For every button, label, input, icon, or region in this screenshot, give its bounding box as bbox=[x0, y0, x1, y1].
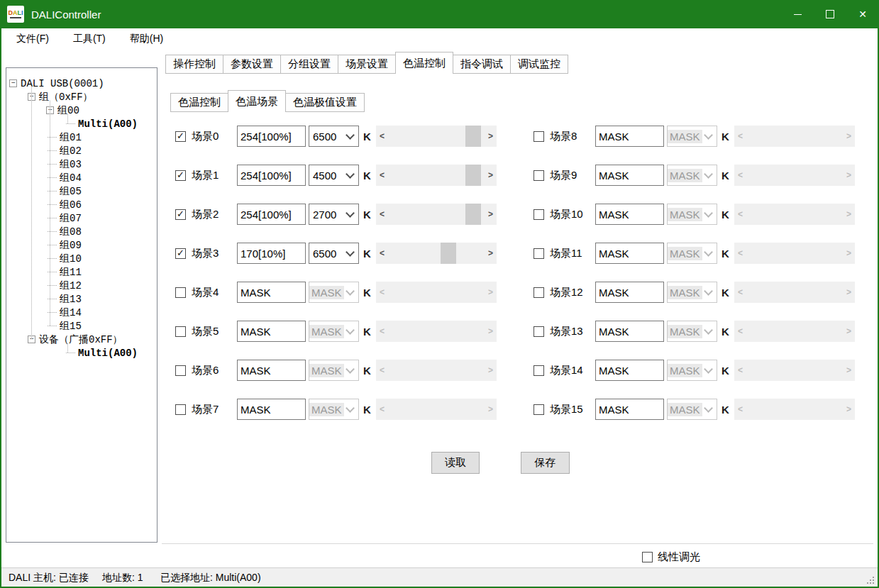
close-button[interactable]: ✕ bbox=[846, 0, 879, 28]
scene-checkbox[interactable] bbox=[534, 170, 544, 181]
scrollbar-right-arrow-icon[interactable]: > bbox=[485, 321, 497, 342]
scene-level-input[interactable] bbox=[237, 360, 306, 381]
tree-item[interactable]: − DALI USB(0001) bbox=[6, 77, 157, 90]
scene-scrollbar[interactable]: < > bbox=[376, 360, 497, 381]
scene-kelvin-combobox[interactable]: MASK bbox=[667, 360, 717, 381]
tab-6[interactable]: 调试监控 bbox=[510, 55, 568, 74]
scene-level-input[interactable] bbox=[595, 360, 664, 381]
scrollbar-left-arrow-icon[interactable]: < bbox=[376, 243, 388, 264]
scrollbar-thumb[interactable] bbox=[465, 204, 481, 225]
tree-item[interactable]: 组06 bbox=[6, 198, 157, 211]
scrollbar-left-arrow-icon[interactable]: < bbox=[734, 165, 746, 186]
scene-scrollbar[interactable]: < > bbox=[734, 282, 855, 303]
scrollbar-right-arrow-icon[interactable]: > bbox=[485, 243, 497, 264]
resize-grip-icon[interactable] bbox=[867, 582, 868, 584]
scene-checkbox[interactable] bbox=[534, 365, 544, 376]
tab-0[interactable]: 操作控制 bbox=[165, 55, 223, 74]
scene-scrollbar[interactable]: < > bbox=[376, 165, 497, 186]
tree-collapse-icon[interactable]: − bbox=[9, 79, 17, 87]
tree-item[interactable]: 组03 bbox=[6, 157, 157, 171]
tree-item[interactable]: 组01 bbox=[6, 131, 157, 144]
scene-kelvin-combobox[interactable]: MASK bbox=[309, 282, 359, 303]
scrollbar-left-arrow-icon[interactable]: < bbox=[734, 321, 746, 342]
scene-checkbox[interactable] bbox=[534, 131, 544, 142]
scene-checkbox[interactable]: ✓ bbox=[175, 248, 186, 259]
tree-item[interactable]: 组08 bbox=[6, 225, 157, 238]
scrollbar-left-arrow-icon[interactable]: < bbox=[734, 126, 746, 147]
scrollbar-right-arrow-icon[interactable]: > bbox=[843, 360, 855, 381]
menu-item[interactable]: 帮助(H) bbox=[121, 30, 172, 48]
scene-level-input[interactable] bbox=[237, 243, 306, 264]
scrollbar-left-arrow-icon[interactable]: < bbox=[376, 399, 388, 420]
maximize-button[interactable] bbox=[814, 0, 846, 28]
scene-scrollbar[interactable]: < > bbox=[376, 399, 497, 420]
scrollbar-left-arrow-icon[interactable]: < bbox=[734, 282, 746, 303]
scene-kelvin-combobox[interactable]: MASK bbox=[667, 399, 717, 420]
scene-scrollbar[interactable]: < > bbox=[376, 321, 497, 342]
tree-item[interactable]: 组12 bbox=[6, 279, 157, 292]
tree-item[interactable]: − 设备（广播0xFF） bbox=[6, 333, 157, 346]
scene-checkbox[interactable] bbox=[534, 209, 544, 220]
scene-checkbox[interactable]: ✓ bbox=[175, 170, 186, 181]
scrollbar-thumb[interactable] bbox=[465, 126, 481, 147]
scrollbar-left-arrow-icon[interactable]: < bbox=[376, 126, 388, 147]
scene-scrollbar[interactable]: < > bbox=[376, 282, 497, 303]
tab-1[interactable]: 参数设置 bbox=[223, 55, 281, 74]
scene-level-input[interactable] bbox=[237, 126, 306, 147]
scene-scrollbar[interactable]: < > bbox=[734, 126, 855, 147]
scene-checkbox[interactable] bbox=[175, 365, 186, 376]
scrollbar-left-arrow-icon[interactable]: < bbox=[734, 243, 746, 264]
scene-scrollbar[interactable]: < > bbox=[376, 243, 497, 264]
scene-kelvin-combobox[interactable]: MASK bbox=[667, 321, 717, 342]
scene-scrollbar[interactable]: < > bbox=[376, 126, 497, 147]
scrollbar-thumb[interactable] bbox=[441, 243, 456, 264]
scrollbar-left-arrow-icon[interactable]: < bbox=[734, 360, 746, 381]
linear-dimming-checkbox[interactable] bbox=[642, 552, 653, 562]
scene-kelvin-combobox[interactable]: 2700 bbox=[309, 204, 359, 225]
scrollbar-right-arrow-icon[interactable]: > bbox=[485, 399, 497, 420]
scrollbar-right-arrow-icon[interactable]: > bbox=[843, 399, 855, 420]
scrollbar-left-arrow-icon[interactable]: < bbox=[376, 204, 388, 225]
scene-checkbox[interactable] bbox=[175, 287, 186, 298]
tree-item[interactable]: Multi(A00) bbox=[6, 117, 157, 131]
tree-item[interactable]: 组05 bbox=[6, 184, 157, 198]
tab-3[interactable]: 场景设置 bbox=[338, 55, 396, 74]
scrollbar-left-arrow-icon[interactable]: < bbox=[376, 165, 388, 186]
read-button[interactable]: 读取 bbox=[431, 452, 480, 474]
scene-level-input[interactable] bbox=[595, 321, 664, 342]
scene-kelvin-combobox[interactable]: MASK bbox=[667, 204, 717, 225]
scene-level-input[interactable] bbox=[595, 243, 664, 264]
scene-checkbox[interactable]: ✓ bbox=[175, 209, 186, 220]
scrollbar-thumb[interactable] bbox=[465, 165, 481, 186]
scene-kelvin-combobox[interactable]: MASK bbox=[309, 360, 359, 381]
minimize-button[interactable] bbox=[781, 0, 814, 28]
scene-checkbox[interactable] bbox=[534, 287, 544, 298]
tab-4[interactable]: 色温控制 bbox=[395, 52, 453, 74]
tree-item[interactable]: 组11 bbox=[6, 265, 157, 279]
scene-level-input[interactable] bbox=[595, 399, 664, 420]
scene-kelvin-combobox[interactable]: MASK bbox=[667, 243, 717, 264]
scene-kelvin-combobox[interactable]: MASK bbox=[667, 126, 717, 147]
scene-scrollbar[interactable]: < > bbox=[734, 321, 855, 342]
scene-level-input[interactable] bbox=[595, 165, 664, 186]
scrollbar-right-arrow-icon[interactable]: > bbox=[843, 243, 855, 264]
tree-item[interactable]: 组09 bbox=[6, 238, 157, 252]
scene-level-input[interactable] bbox=[595, 282, 664, 303]
scrollbar-left-arrow-icon[interactable]: < bbox=[376, 360, 388, 381]
scene-scrollbar[interactable]: < > bbox=[734, 204, 855, 225]
scene-level-input[interactable] bbox=[237, 204, 306, 225]
scene-checkbox[interactable] bbox=[534, 248, 544, 259]
scrollbar-right-arrow-icon[interactable]: > bbox=[485, 126, 497, 147]
menu-item[interactable]: 工具(T) bbox=[64, 30, 115, 48]
scene-level-input[interactable] bbox=[237, 282, 306, 303]
scene-level-input[interactable] bbox=[595, 126, 664, 147]
scene-checkbox[interactable] bbox=[175, 404, 186, 415]
tree-item[interactable]: 组13 bbox=[6, 292, 157, 306]
scene-scrollbar[interactable]: < > bbox=[734, 165, 855, 186]
scrollbar-left-arrow-icon[interactable]: < bbox=[376, 321, 388, 342]
scene-checkbox[interactable] bbox=[534, 326, 544, 337]
scrollbar-right-arrow-icon[interactable]: > bbox=[485, 360, 497, 381]
scene-scrollbar[interactable]: < > bbox=[734, 399, 855, 420]
scrollbar-left-arrow-icon[interactable]: < bbox=[734, 399, 746, 420]
scene-kelvin-combobox[interactable]: MASK bbox=[667, 282, 717, 303]
